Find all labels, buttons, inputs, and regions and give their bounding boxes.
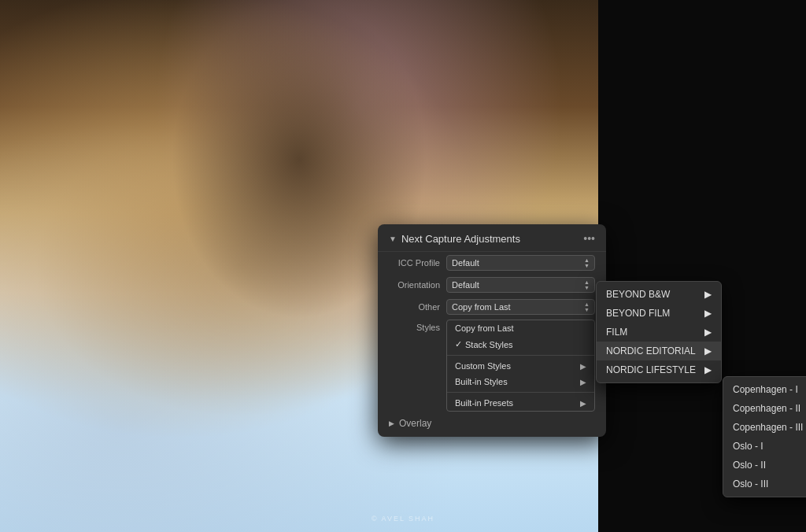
oslo-ii-label: Oslo - II [733, 460, 766, 471]
copenhagen-iii-label: Copenhagen - III [733, 422, 803, 433]
other-select[interactable]: Copy from Last ▲ ▼ [446, 299, 595, 315]
nordic-editorial-submenu: Copenhagen - I Copenhagen - I Copenhagen… [723, 376, 806, 497]
panel-more-button[interactable]: ••• [583, 232, 595, 245]
film-label: FILM [606, 327, 627, 338]
beyond-bw-arrow: ▶ [704, 289, 712, 300]
photo-credit: © AVEL SHAH [372, 515, 434, 523]
custom-styles-label: Custom Styles [455, 361, 511, 371]
orientation-select[interactable]: Default ▲ ▼ [446, 277, 595, 293]
other-stepper[interactable]: ▲ ▼ [584, 301, 590, 312]
panel-collapse-icon[interactable]: ▼ [389, 235, 397, 243]
nordic-lifestyle-item[interactable]: NORDIC LIFESTYLE ▶ [597, 360, 721, 379]
custom-styles-arrow: ▶ [580, 362, 586, 371]
overlay-label: Overlay [399, 418, 431, 429]
styles-row: Styles Copy from Last Stack Styles Custo… [378, 318, 606, 413]
next-capture-panel: ▼ Next Capture Adjustments ••• ICC Profi… [378, 224, 606, 437]
nordic-editorial-item[interactable]: NORDIC EDITORIAL ▶ [597, 342, 721, 360]
icc-profile-value: Default [452, 258, 479, 268]
orientation-row: Orientation Default ▲ ▼ [378, 274, 606, 296]
custom-styles-item[interactable]: Custom Styles ▶ [447, 358, 594, 374]
film-item[interactable]: FILM ▶ [597, 323, 721, 342]
beyond-film-item[interactable]: BEYOND FILM ▶ [597, 304, 721, 323]
oslo-iii-label: Oslo - III [733, 478, 768, 490]
nordic-lifestyle-arrow: ▶ [704, 364, 712, 375]
beyond-film-arrow: ▶ [704, 308, 712, 319]
built-in-presets-arrow: ▶ [580, 399, 586, 408]
icc-profile-select[interactable]: Default ▲ ▼ [446, 255, 595, 271]
nordic-lifestyle-label: NORDIC LIFESTYLE [606, 364, 696, 375]
icc-profile-row: ICC Profile Default ▲ ▼ [378, 252, 606, 274]
copenhagen-i-label: Copenhagen - I [733, 384, 798, 395]
icc-profile-label: ICC Profile [389, 258, 440, 268]
other-label: Other [389, 302, 440, 312]
copenhagen-ii-label: Copenhagen - II [733, 403, 800, 414]
styles-label: Styles [389, 323, 440, 332]
panel-header-left: ▼ Next Capture Adjustments [389, 233, 520, 245]
nordic-editorial-arrow: ▶ [704, 345, 712, 357]
copenhagen-i-item[interactable]: Copenhagen - I Copenhagen - I Copenhagen… [723, 380, 806, 399]
orientation-stepper[interactable]: ▲ ▼ [584, 279, 590, 290]
icc-profile-stepper[interactable]: ▲ ▼ [584, 257, 590, 268]
dropdown-divider-1 [447, 355, 594, 356]
overlay-row[interactable]: ▶ Overlay [378, 413, 606, 437]
built-in-presets-label: Built-in Presets [455, 398, 513, 408]
copy-from-last-item[interactable]: Copy from Last [447, 320, 594, 336]
copenhagen-ii-item[interactable]: Copenhagen - II [723, 399, 806, 418]
beyond-bw-item[interactable]: BEYOND B&W ▶ [597, 285, 721, 304]
film-arrow: ▶ [704, 327, 712, 338]
copy-from-last-label: Copy from Last [455, 323, 514, 333]
beyond-bw-label: BEYOND B&W [606, 289, 670, 300]
other-value: Copy from Last [452, 302, 511, 312]
overlay-chevron-icon: ▶ [389, 419, 394, 427]
oslo-i-label: Oslo - I [733, 441, 763, 452]
dropdown-divider-2 [447, 392, 594, 393]
nordic-editorial-label: NORDIC EDITORIAL [606, 345, 696, 357]
stack-styles-label: Stack Styles [465, 340, 513, 349]
panel-header: ▼ Next Capture Adjustments ••• [378, 224, 606, 252]
styles-categories-submenu: BEYOND B&W ▶ BEYOND FILM ▶ FILM ▶ NORDIC… [596, 281, 722, 383]
orientation-value: Default [452, 280, 479, 290]
other-row: Other Copy from Last ▲ ▼ [378, 296, 606, 318]
beyond-film-label: BEYOND FILM [606, 308, 670, 319]
stack-styles-item[interactable]: Stack Styles [447, 336, 594, 353]
built-in-styles-label: Built-in Styles [455, 377, 508, 386]
built-in-presets-item[interactable]: Built-in Presets ▶ [447, 395, 594, 411]
oslo-ii-item[interactable]: Oslo - II [723, 456, 806, 475]
styles-dropdown: Copy from Last Stack Styles Custom Style… [446, 320, 595, 412]
orientation-label: Orientation [389, 280, 440, 290]
built-in-styles-item[interactable]: Built-in Styles ▶ [447, 374, 594, 390]
copenhagen-iii-item[interactable]: Copenhagen - III [723, 418, 806, 437]
built-in-styles-arrow: ▶ [580, 378, 586, 386]
panel-title: Next Capture Adjustments [401, 233, 520, 245]
oslo-i-item[interactable]: Oslo - I [723, 437, 806, 456]
oslo-iii-item[interactable]: Oslo - III [723, 475, 806, 493]
